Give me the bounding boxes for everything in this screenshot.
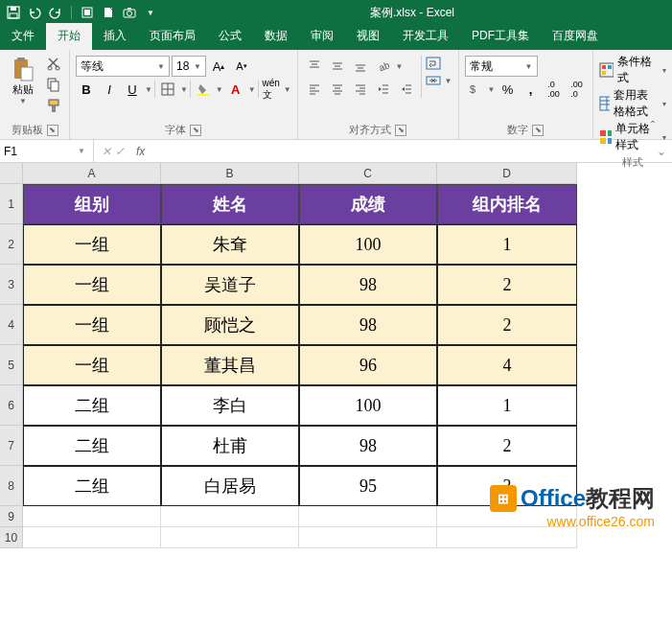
font-color-icon[interactable]: A: [225, 79, 246, 100]
row-header[interactable]: 2: [0, 224, 23, 265]
cell[interactable]: 二组: [23, 426, 161, 466]
number-format-combo[interactable]: 常规▼: [465, 56, 538, 77]
paste-button[interactable]: 粘贴 ▼: [6, 52, 40, 105]
cell[interactable]: [299, 506, 437, 527]
tab-home[interactable]: 开始: [46, 23, 92, 50]
align-middle-icon[interactable]: [327, 56, 348, 77]
cell[interactable]: 二组: [23, 385, 161, 426]
phonetic-icon[interactable]: wén文: [261, 79, 282, 100]
fill-color-icon[interactable]: [193, 79, 214, 100]
row-header[interactable]: 3: [0, 265, 23, 305]
cell[interactable]: 成绩: [299, 184, 437, 224]
cell[interactable]: 4: [437, 345, 577, 385]
cell[interactable]: 98: [299, 305, 437, 345]
conditional-format-button[interactable]: 条件格式▾: [599, 54, 666, 86]
copy-icon[interactable]: [44, 75, 63, 94]
wrap-text-button[interactable]: [426, 56, 452, 71]
cell[interactable]: 组内排名: [437, 184, 577, 224]
format-as-table-button[interactable]: 套用表格格式▾: [599, 87, 666, 120]
qat-customize-icon[interactable]: ▼: [143, 5, 158, 20]
undo-icon[interactable]: [27, 5, 42, 20]
format-painter-icon[interactable]: [44, 96, 63, 115]
cell[interactable]: 杜甫: [161, 426, 299, 466]
row-header[interactable]: 6: [0, 385, 23, 426]
tab-layout[interactable]: 页面布局: [138, 23, 207, 50]
tab-review[interactable]: 审阅: [299, 23, 345, 50]
cell[interactable]: 100: [299, 224, 437, 265]
cell[interactable]: 2: [437, 265, 577, 305]
tab-view[interactable]: 视图: [345, 23, 391, 50]
tab-pdf[interactable]: PDF工具集: [460, 23, 541, 50]
cell[interactable]: [23, 506, 161, 527]
cell[interactable]: 李白: [161, 385, 299, 426]
align-left-icon[interactable]: [304, 79, 325, 100]
save-icon[interactable]: [6, 5, 21, 20]
row-header[interactable]: 4: [0, 305, 23, 345]
orientation-icon[interactable]: ab: [373, 56, 394, 77]
comma-icon[interactable]: ,: [520, 79, 541, 100]
row-header[interactable]: 8: [0, 466, 23, 506]
cell[interactable]: 2: [437, 426, 577, 466]
align-center-icon[interactable]: [327, 79, 348, 100]
cell[interactable]: 吴道子: [161, 265, 299, 305]
decrease-decimal-icon[interactable]: .00.0: [566, 79, 587, 100]
decrease-indent-icon[interactable]: [373, 79, 394, 100]
cell[interactable]: 100: [299, 385, 437, 426]
align-right-icon[interactable]: [350, 79, 371, 100]
name-box[interactable]: F1▼: [0, 140, 94, 162]
touch-mode-icon[interactable]: [80, 5, 95, 20]
decrease-font-icon[interactable]: A▾: [231, 56, 252, 77]
italic-button[interactable]: I: [99, 79, 120, 100]
redo-icon[interactable]: [48, 5, 63, 20]
cell[interactable]: 1: [437, 385, 577, 426]
percent-icon[interactable]: %: [497, 79, 518, 100]
cell[interactable]: 朱耷: [161, 224, 299, 265]
namebox-dropdown-icon[interactable]: ▼: [74, 147, 89, 155]
number-launcher-icon[interactable]: ⬊: [532, 125, 544, 136]
cell[interactable]: 组别: [23, 184, 161, 224]
cell[interactable]: [161, 506, 299, 527]
cancel-formula-icon[interactable]: ✕: [102, 145, 111, 158]
merge-center-button[interactable]: ▼: [426, 73, 452, 88]
cell[interactable]: 98: [299, 426, 437, 466]
align-top-icon[interactable]: [304, 56, 325, 77]
clipboard-launcher-icon[interactable]: ⬊: [47, 125, 58, 136]
bold-button[interactable]: B: [76, 79, 97, 100]
row-header[interactable]: 1: [0, 184, 23, 224]
cell[interactable]: [23, 527, 161, 548]
tab-data[interactable]: 数据: [253, 23, 299, 50]
increase-decimal-icon[interactable]: .0.00: [543, 79, 564, 100]
cell[interactable]: [437, 527, 577, 548]
cell[interactable]: 96: [299, 345, 437, 385]
tab-insert[interactable]: 插入: [92, 23, 138, 50]
alignment-launcher-icon[interactable]: ⬊: [395, 125, 406, 136]
enter-formula-icon[interactable]: ✓: [115, 145, 125, 158]
font-name-combo[interactable]: 等线▼: [76, 56, 170, 77]
tab-developer[interactable]: 开发工具: [391, 23, 460, 50]
increase-indent-icon[interactable]: [396, 79, 417, 100]
cell[interactable]: 98: [299, 265, 437, 305]
col-header-d[interactable]: D: [437, 163, 577, 184]
new-icon[interactable]: [101, 5, 116, 20]
row-header[interactable]: 9: [0, 506, 23, 527]
cell[interactable]: [161, 527, 299, 548]
cell[interactable]: 1: [437, 224, 577, 265]
row-header[interactable]: 10: [0, 527, 23, 548]
row-header[interactable]: 7: [0, 426, 23, 466]
col-header-a[interactable]: A: [23, 163, 161, 184]
cell[interactable]: 姓名: [161, 184, 299, 224]
border-icon[interactable]: [157, 79, 178, 100]
row-header[interactable]: 5: [0, 345, 23, 385]
select-all-corner[interactable]: [0, 163, 23, 184]
cell[interactable]: 95: [299, 466, 437, 506]
cell[interactable]: 董其昌: [161, 345, 299, 385]
col-header-c[interactable]: C: [299, 163, 437, 184]
cut-icon[interactable]: [44, 54, 63, 73]
formula-input[interactable]: [149, 140, 651, 162]
tab-formulas[interactable]: 公式: [207, 23, 253, 50]
cell[interactable]: 一组: [23, 224, 161, 265]
cell[interactable]: [299, 527, 437, 548]
camera-icon[interactable]: [122, 5, 137, 20]
cell[interactable]: 白居易: [161, 466, 299, 506]
col-header-b[interactable]: B: [161, 163, 299, 184]
